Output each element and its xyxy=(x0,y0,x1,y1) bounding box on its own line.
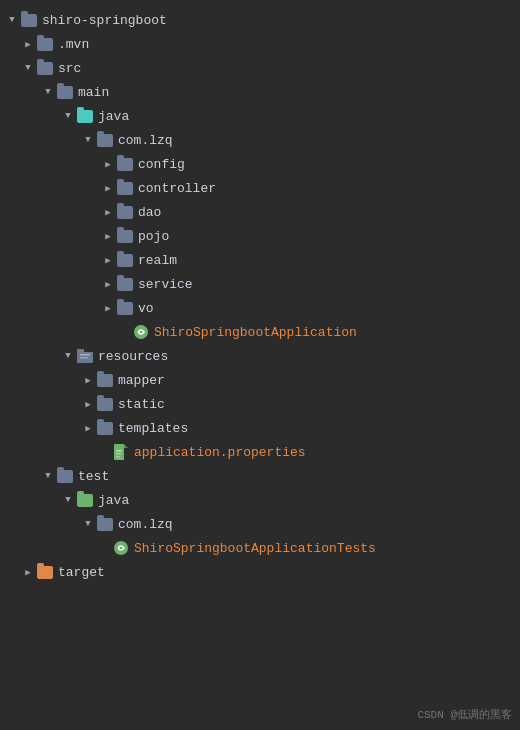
root-label: shiro-springboot xyxy=(42,13,167,28)
dao-arrow[interactable] xyxy=(100,204,116,220)
comlzq-arrow[interactable] xyxy=(80,132,96,148)
spring-test-icon xyxy=(112,540,130,556)
java-arrow[interactable] xyxy=(60,108,76,124)
folder-icon xyxy=(116,204,134,220)
test-java-arrow[interactable] xyxy=(60,492,76,508)
list-item[interactable]: ShiroSpringbootApplication xyxy=(0,320,520,344)
folder-icon xyxy=(36,60,54,76)
config-label: config xyxy=(138,157,185,172)
list-item[interactable]: resources xyxy=(0,344,520,368)
svg-rect-6 xyxy=(116,450,122,452)
svg-point-0 xyxy=(134,325,148,339)
folder-icon xyxy=(56,468,74,484)
watermark: CSDN @低调的黑客 xyxy=(417,707,512,722)
properties-icon xyxy=(112,444,130,460)
folder-icon xyxy=(96,132,114,148)
folder-icon xyxy=(96,516,114,532)
static-arrow[interactable] xyxy=(80,396,96,412)
list-item[interactable]: realm xyxy=(0,248,520,272)
list-item[interactable]: ShiroSpringbootApplicationTests xyxy=(0,536,520,560)
dao-label: dao xyxy=(138,205,161,220)
service-arrow[interactable] xyxy=(100,276,116,292)
src-label: src xyxy=(58,61,81,76)
list-item[interactable]: com.lzq xyxy=(0,512,520,536)
list-item[interactable]: vo xyxy=(0,296,520,320)
list-item[interactable]: java xyxy=(0,104,520,128)
controller-label: controller xyxy=(138,181,216,196)
vo-label: vo xyxy=(138,301,154,316)
list-item[interactable]: mapper xyxy=(0,368,520,392)
svg-rect-2 xyxy=(77,349,84,353)
svg-rect-5 xyxy=(114,444,124,460)
list-item[interactable]: java xyxy=(0,488,520,512)
mvn-arrow[interactable] xyxy=(20,36,36,52)
folder-icon xyxy=(96,420,114,436)
test-arrow[interactable] xyxy=(40,468,56,484)
folder-resources-icon xyxy=(76,348,94,364)
list-item[interactable]: com.lzq xyxy=(0,128,520,152)
test-label: test xyxy=(78,469,109,484)
list-item[interactable]: main xyxy=(0,80,520,104)
folder-icon xyxy=(116,252,134,268)
file-tree: shiro-springboot .mvn src main java xyxy=(0,0,520,592)
shiro-tests-label: ShiroSpringbootApplicationTests xyxy=(134,541,376,556)
folder-orange-icon xyxy=(36,564,54,580)
list-item[interactable]: target xyxy=(0,560,520,584)
mvn-label: .mvn xyxy=(58,37,89,52)
main-arrow[interactable] xyxy=(40,84,56,100)
folder-icon xyxy=(96,396,114,412)
src-arrow[interactable] xyxy=(20,60,36,76)
vo-arrow[interactable] xyxy=(100,300,116,316)
list-item[interactable]: test xyxy=(0,464,520,488)
mapper-arrow[interactable] xyxy=(80,372,96,388)
mapper-label: mapper xyxy=(118,373,165,388)
folder-icon xyxy=(56,84,74,100)
java-label: java xyxy=(98,109,129,124)
shiro-app-label: ShiroSpringbootApplication xyxy=(154,325,357,340)
realm-arrow[interactable] xyxy=(100,252,116,268)
list-item[interactable]: application.properties xyxy=(0,440,520,464)
resources-label: resources xyxy=(98,349,168,364)
empty-arrow xyxy=(96,540,112,556)
pojo-label: pojo xyxy=(138,229,169,244)
svg-rect-4 xyxy=(80,357,88,359)
service-label: service xyxy=(138,277,193,292)
comlzq-label: com.lzq xyxy=(118,133,173,148)
svg-rect-8 xyxy=(116,456,120,458)
folder-icon xyxy=(116,180,134,196)
folder-cyan-icon xyxy=(76,108,94,124)
folder-icon xyxy=(96,372,114,388)
folder-icon xyxy=(20,12,38,28)
folder-icon xyxy=(116,300,134,316)
list-item[interactable]: src xyxy=(0,56,520,80)
list-item[interactable]: config xyxy=(0,152,520,176)
templates-arrow[interactable] xyxy=(80,420,96,436)
folder-green-icon xyxy=(76,492,94,508)
list-item[interactable]: controller xyxy=(0,176,520,200)
realm-label: realm xyxy=(138,253,177,268)
tree-root[interactable]: shiro-springboot xyxy=(0,8,520,32)
folder-icon xyxy=(116,228,134,244)
test-comlzq-label: com.lzq xyxy=(118,517,173,532)
list-item[interactable]: service xyxy=(0,272,520,296)
list-item[interactable]: static xyxy=(0,392,520,416)
target-arrow[interactable] xyxy=(20,564,36,580)
resources-arrow[interactable] xyxy=(60,348,76,364)
svg-rect-7 xyxy=(116,453,121,455)
controller-arrow[interactable] xyxy=(100,180,116,196)
list-item[interactable]: dao xyxy=(0,200,520,224)
svg-point-9 xyxy=(114,541,128,555)
config-arrow[interactable] xyxy=(100,156,116,172)
folder-icon xyxy=(116,276,134,292)
list-item[interactable]: templates xyxy=(0,416,520,440)
root-arrow[interactable] xyxy=(4,12,20,28)
folder-icon xyxy=(36,36,54,52)
templates-label: templates xyxy=(118,421,188,436)
svg-rect-3 xyxy=(80,354,90,356)
pojo-arrow[interactable] xyxy=(100,228,116,244)
test-comlzq-arrow[interactable] xyxy=(80,516,96,532)
static-label: static xyxy=(118,397,165,412)
list-item[interactable]: pojo xyxy=(0,224,520,248)
folder-icon xyxy=(116,156,134,172)
list-item[interactable]: .mvn xyxy=(0,32,520,56)
